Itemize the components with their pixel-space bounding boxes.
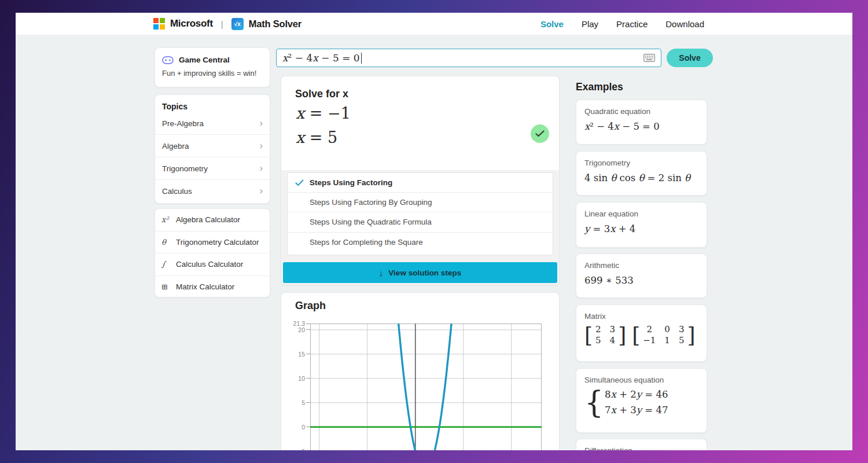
topic-algebra[interactable]: Algebra › [155,135,270,157]
solution-verified-check-icon [531,124,549,143]
example-differentiation[interactable]: Differentiation [576,439,707,450]
example-simultaneous-equation[interactable]: Simultaneous equation { 8x + 2y = 46 7x … [576,368,707,433]
examples-heading: Examples [576,81,623,93]
y-tick-label: 15 [298,351,310,358]
theta-icon: θ [161,238,176,247]
chevron-right-icon: › [260,186,263,196]
step-method-factoring-by-grouping[interactable]: Steps Using Factoring By Grouping [288,193,553,212]
y-tick-label: 20 [298,326,310,333]
topics-card: Topics Pre-Algebra › Algebra › Trigonome… [155,94,270,204]
example-matrix[interactable]: Matrix [ 2354 ] [ 203−115 ] [576,304,707,362]
integral-icon: ∫ [161,260,176,269]
equation-system: { 8x + 2y = 46 7x + 3y = 47 [584,387,698,418]
step-method-quadratic-formula[interactable]: Steps Using the Quadratic Formula [288,212,553,232]
matrix-b: [ 203−115 ] [632,324,695,346]
app-title[interactable]: Math Solver [249,19,301,30]
brand-divider: | [221,19,223,29]
x-squared-icon: x² [161,215,176,224]
nav-download[interactable]: Download [665,19,704,29]
chevron-right-icon: › [260,141,263,150]
game-central-card[interactable]: Game Central Fun + improving skills = wi… [155,47,270,87]
math-solver-page: Microsoft | √x Math Solver Solve Play Pr… [16,13,852,450]
game-central-row: Game Central [155,48,270,64]
main-nav: Solve Play Practice Download [540,13,704,35]
step-method-factoring[interactable]: Steps Using Factoring [288,173,553,193]
virtual-keyboard-icon[interactable] [643,54,655,62]
topic-trigonometry[interactable]: Trigonometry › [155,157,270,180]
check-icon [295,179,310,186]
y-tick-label: 0 [301,424,310,431]
solution-root-1: x = −1 [296,104,351,122]
equation-input[interactable]: x² − 4x − 5 = 0 [276,49,661,67]
y-tick-label: 10 [298,375,310,382]
matrix-a: [ 2354 ] [584,324,626,346]
solution-root-2: x = 5 [296,128,337,146]
solution-card: Solve for x x = −1 x = 5 Steps Using Fac… [281,76,560,285]
graph-heading: Graph [295,300,326,312]
example-linear-equation[interactable]: Linear equation y = 3x + 4 [576,202,707,248]
down-arrow-icon: ↓ [379,268,384,278]
left-brace: { [584,389,604,416]
equation-input-value: x² − 4x − 5 = 0 [282,52,360,64]
game-central-title: Game Central [179,56,230,64]
chevron-right-icon: › [260,164,263,173]
nav-play[interactable]: Play [582,19,598,29]
algebra-calculator-link[interactable]: x² Algebra Calculator [155,209,270,232]
calculators-card: x² Algebra Calculator θ Trigonometry Cal… [155,208,270,297]
example-trigonometry[interactable]: Trigonometry 4 sin θ cos θ = 2 sin θ [576,151,707,196]
topics-title: Topics [155,95,270,112]
gamepad-icon [162,56,174,64]
topic-pre-algebra[interactable]: Pre-Algebra › [155,112,270,135]
graph-plot-area[interactable] [310,324,542,450]
trigonometry-calculator-link[interactable]: θ Trigonometry Calculator [155,232,270,254]
matrix-pair: [ 2354 ] [ 203−115 ] [584,324,698,346]
y-tick-label: -5 [300,448,310,450]
steps-zone: Steps Using Factoring Steps Using Factor… [281,170,559,285]
topic-calculus[interactable]: Calculus › [155,180,270,202]
example-quadratic-equation[interactable]: Quadratic equation x² − 4x − 5 = 0 [576,100,707,145]
nav-practice[interactable]: Practice [616,19,648,29]
desktop-background: { "colors": { "frame_gradient": ["#24134… [0,0,868,463]
text-cursor [361,53,362,64]
calculus-calculator-link[interactable]: ∫ Calculus Calculator [155,253,270,276]
microsoft-wordmark[interactable]: Microsoft [170,18,213,30]
top-bar: Microsoft | √x Math Solver Solve Play Pr… [16,13,852,35]
step-methods-list: Steps Using Factoring Steps Using Factor… [287,172,553,255]
example-arithmetic[interactable]: Arithmetic 699 ∗ 533 [576,253,707,298]
y-tick-label: 5 [301,399,310,406]
view-solution-steps-button[interactable]: ↓ View solution steps [283,262,557,283]
solution-heading: Solve for x [295,88,348,100]
microsoft-logo-icon[interactable] [153,18,165,30]
graph-card: Graph 21.320151050-5 [281,292,560,450]
math-solver-logo-icon[interactable]: √x [231,18,244,30]
matrix-icon: ⊞ [161,282,176,291]
game-central-tagline: Fun + improving skills = win! [155,64,270,78]
solve-button[interactable]: Solve [667,49,713,67]
nav-solve[interactable]: Solve [540,19,564,29]
brand-group: Microsoft | √x Math Solver [153,13,301,35]
matrix-calculator-link[interactable]: ⊞ Matrix Calculator [155,276,270,298]
graph-y-axis-labels: 21.320151050-5 [281,324,310,450]
chevron-right-icon: › [260,119,263,128]
step-method-completing-square[interactable]: Steps for Completing the Square [288,233,553,252]
